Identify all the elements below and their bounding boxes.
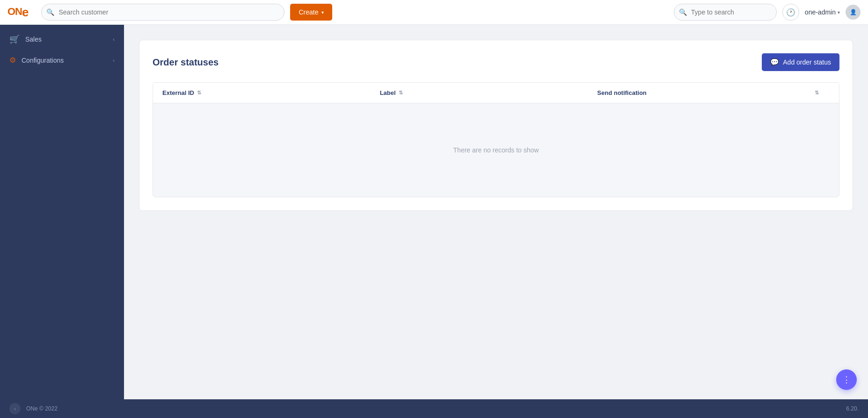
global-search-icon: 🔍 [679,8,687,16]
add-order-status-button[interactable]: 💬 Add order status [762,53,839,71]
empty-message: There are no records to show [453,146,539,154]
search-customer-wrap: 🔍 [41,4,284,21]
order-statuses-table: External ID ⇅ Label ⇅ Send notification … [153,82,839,197]
footer-copyright: ONe © 2022 [26,405,58,412]
sidebar: 🛒 Sales ‹ ⚙ Configurations ‹ [0,25,124,399]
add-icon: 💬 [770,58,779,66]
fab-icon: ⋮ [842,375,851,385]
sidebar-item-configurations[interactable]: ⚙ Configurations ‹ [0,50,124,70]
logo: ONe [7,5,28,20]
sidebar-label-configurations: Configurations [22,57,64,64]
page-footer: ‹ ONe © 2022 6.20. [0,399,868,418]
add-status-label: Add order status [783,58,831,66]
page-title: Order statuses [153,57,219,68]
history-button[interactable]: 🕐 [782,4,799,21]
sidebar-collapse-button[interactable]: ‹ [9,403,21,414]
col-external-id[interactable]: External ID ⇅ [159,83,376,103]
table-body: There are no records to show [153,103,839,197]
create-button[interactable]: Create ▾ [290,4,332,21]
col-external-id-label: External ID [162,89,194,96]
sidebar-chevron-configurations: ‹ [113,58,115,63]
top-navigation: ONe 🔍 Create ▾ 🔍 🕐 one-admin ▾ 👤 [0,0,868,25]
user-menu[interactable]: one-admin ▾ [805,8,840,16]
sidebar-label-sales: Sales [25,36,42,43]
avatar: 👤 [846,5,861,20]
col-actions: ⇅ [811,83,833,103]
search-customer-input[interactable] [41,4,284,21]
global-search-wrap: 🔍 [674,4,777,21]
main-layout: 🛒 Sales ‹ ⚙ Configurations ‹ Order statu… [0,25,868,399]
col-label-label: Label [380,89,396,96]
sort-label-icon: ⇅ [399,90,403,96]
table-header: External ID ⇅ Label ⇅ Send notification … [153,83,839,103]
order-statuses-card: Order statuses 💬 Add order status Extern… [139,40,853,211]
global-search-input[interactable] [674,4,777,21]
fab-button[interactable]: ⋮ [836,369,857,390]
sidebar-item-sales[interactable]: 🛒 Sales ‹ [0,29,124,50]
configurations-icon: ⚙ [9,56,16,65]
col-label[interactable]: Label ⇅ [376,83,594,103]
card-header: Order statuses 💬 Add order status [153,53,839,71]
main-content: Order statuses 💬 Add order status Extern… [124,25,868,399]
chevron-down-icon: ▾ [321,10,324,15]
create-label: Create [299,8,318,16]
user-chevron-icon: ▾ [838,10,840,15]
sales-icon: 🛒 [9,34,20,44]
sort-external-id-icon: ⇅ [197,90,201,96]
username-label: one-admin [805,8,836,16]
sort-actions-icon: ⇅ [815,90,819,96]
clock-icon: 🕐 [786,8,795,17]
search-customer-icon: 🔍 [46,8,54,16]
col-send-notification-label: Send notification [597,89,646,96]
col-send-notification[interactable]: Send notification [593,83,811,103]
sidebar-chevron-sales: ‹ [113,36,115,42]
footer-version: 6.20. [846,405,859,412]
